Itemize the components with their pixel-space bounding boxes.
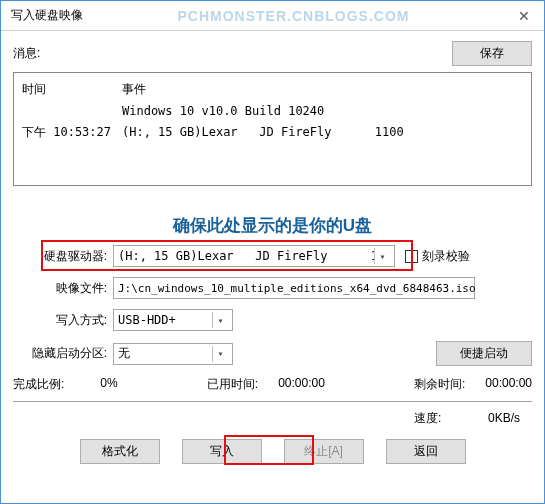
log-header-event: 事件 — [122, 79, 146, 99]
image-row: 映像文件: J:\cn_windows_10_multiple_editions… — [13, 277, 532, 299]
hidden-row: 隐藏启动分区: 无 ▾ 便捷启动 — [13, 341, 532, 366]
stats-row: 完成比例: 0% 已用时间: 00:00:00 剩余时间: 00:00:00 — [13, 376, 532, 393]
hidden-value: 无 — [118, 345, 212, 362]
method-value: USB-HDD+ — [118, 313, 212, 327]
window-title: 写入硬盘映像 — [11, 7, 83, 24]
button-row: 格式化 写入 终止[A] 返回 — [13, 439, 532, 464]
log-time-empty — [22, 101, 122, 121]
form-area: 硬盘驱动器: (H:, 15 GB)Lexar JD FireFly 1100 … — [13, 245, 532, 464]
engrave-checkbox[interactable] — [405, 250, 418, 263]
message-label: 消息: — [13, 45, 40, 62]
drive-select[interactable]: (H:, 15 GB)Lexar JD FireFly 1100 ▾ — [113, 245, 395, 267]
content-area: 消息: 保存 时间 事件 Windows 10 v10.0 Build 1024… — [1, 31, 544, 474]
elapsed-value: 00:00:00 — [278, 376, 325, 393]
log-event-1: (H:, 15 GB)Lexar JD FireFly 1100 — [122, 122, 523, 142]
watermark-text: PCHMONSTER.CNBLOGS.COM — [83, 8, 504, 24]
progress-separator — [13, 401, 532, 402]
speed-row: 速度: 0KB/s — [13, 410, 532, 427]
abort-button: 终止[A] — [284, 439, 364, 464]
title-bar: 写入硬盘映像 PCHMONSTER.CNBLOGS.COM ✕ — [1, 1, 544, 31]
chevron-down-icon: ▾ — [374, 248, 390, 264]
chevron-down-icon: ▾ — [212, 312, 228, 328]
speed-label: 速度: — [414, 411, 441, 425]
progress-value: 0% — [100, 376, 117, 393]
remain-label: 剩余时间: — [414, 376, 465, 393]
method-row: 写入方式: USB-HDD+ ▾ — [13, 309, 532, 331]
engrave-check-row[interactable]: 刻录校验 — [405, 248, 470, 265]
method-select[interactable]: USB-HDD+ ▾ — [113, 309, 233, 331]
drive-row: 硬盘驱动器: (H:, 15 GB)Lexar JD FireFly 1100 … — [13, 245, 532, 267]
easyboot-button[interactable]: 便捷启动 — [436, 341, 532, 366]
remain-value: 00:00:00 — [485, 376, 532, 393]
method-label: 写入方式: — [13, 312, 113, 329]
engrave-check-label: 刻录校验 — [422, 248, 470, 265]
format-button[interactable]: 格式化 — [80, 439, 160, 464]
back-button[interactable]: 返回 — [386, 439, 466, 464]
image-file-input[interactable]: J:\cn_windows_10_multiple_editions_x64_d… — [113, 277, 475, 299]
log-time-1: 下午 10:53:27 — [22, 122, 122, 142]
log-box[interactable]: 时间 事件 Windows 10 v10.0 Build 10240 下午 10… — [13, 72, 532, 186]
message-row: 消息: 保存 — [13, 41, 532, 66]
elapsed-label: 已用时间: — [207, 376, 258, 393]
log-event-0: Windows 10 v10.0 Build 10240 — [122, 101, 523, 121]
close-icon: ✕ — [518, 8, 530, 24]
drive-value: (H:, 15 GB)Lexar JD FireFly 1100 — [118, 249, 374, 263]
image-file-value: J:\cn_windows_10_multiple_editions_x64_d… — [118, 282, 476, 295]
log-header-time: 时间 — [22, 79, 122, 99]
write-button[interactable]: 写入 — [182, 439, 262, 464]
hidden-label: 隐藏启动分区: — [13, 345, 113, 362]
progress-label: 完成比例: — [13, 376, 64, 393]
drive-label: 硬盘驱动器: — [13, 248, 113, 265]
close-button[interactable]: ✕ — [504, 1, 544, 31]
image-label: 映像文件: — [13, 280, 113, 297]
save-button[interactable]: 保存 — [452, 41, 532, 66]
chevron-down-icon: ▾ — [212, 346, 228, 362]
speed-value: 0KB/s — [488, 411, 520, 425]
annotation-text: 确保此处显示的是你的U盘 — [13, 214, 532, 237]
hidden-select[interactable]: 无 ▾ — [113, 343, 233, 365]
